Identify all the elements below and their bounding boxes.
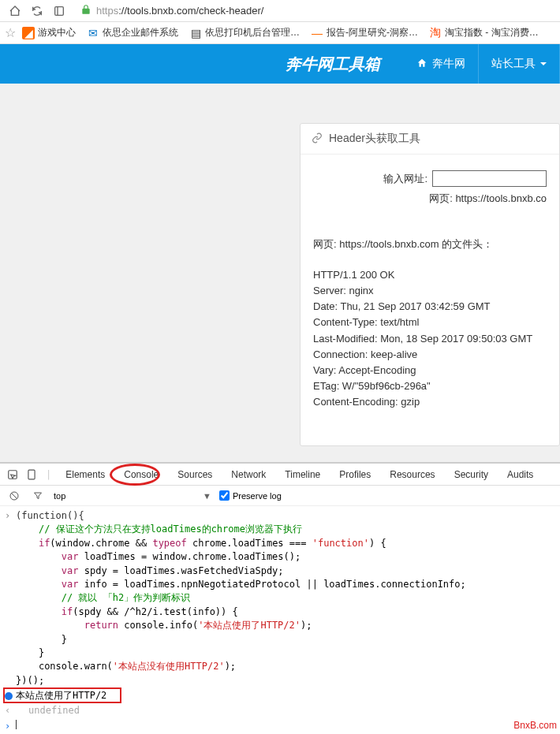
browser-toolbar: https://tools.bnxb.com/check-header/ [0, 0, 560, 22]
tab-audits[interactable]: Audits [499, 466, 541, 483]
nav-home[interactable]: 奔牛网 [404, 44, 479, 84]
preserve-log-toggle[interactable]: Preserve log [219, 490, 282, 501]
clear-console-icon[interactable] [6, 488, 22, 504]
inspect-icon[interactable] [5, 467, 21, 483]
console-line: if(window.chrome && typeof chrome.loadTi… [0, 537, 560, 550]
console-line: console.warn('本站点没有使用HTTP/2'); [0, 660, 560, 673]
header-line: Content-Type: text/html [313, 315, 547, 330]
filter-icon[interactable] [30, 488, 46, 504]
tab-sources[interactable]: Sources [170, 466, 220, 483]
address-bar[interactable]: https://tools.bnxb.com/check-header/ [80, 4, 554, 17]
nav-label: 站长工具 [491, 57, 536, 71]
info-icon [5, 692, 13, 700]
tab-elements[interactable]: Elements [58, 466, 113, 483]
device-icon[interactable] [24, 467, 39, 483]
console-line: // 保证这个方法只在支持loadTimes的chrome浏览器下执行 [0, 523, 560, 536]
outlook-icon: ✉ [87, 27, 99, 39]
header-check-panel: Header头获取工具 输入网址: 网页: https://tools.bnxb… [300, 123, 560, 446]
header-line: ETag: W/"59bf96cb-296a" [313, 378, 547, 394]
url-text: https://tools.bnxb.com/check-header/ [96, 5, 263, 17]
svg-rect-0 [55, 6, 64, 15]
undefined-return: undefined [16, 704, 80, 717]
bookmark-label: 依思企业邮件系统 [103, 26, 178, 39]
header-line: Connection: keep-alive [313, 347, 547, 363]
result-title: 网页: https://tools.bnxb.com 的文件头： [313, 237, 547, 251]
console-line: var info = loadTimes.npnNegotiatedProtoc… [0, 578, 560, 591]
tab-resources[interactable]: Resources [382, 466, 442, 483]
url-input-row: 输入网址: [313, 170, 547, 187]
panel-body: 输入网址: 网页: https://tools.bnxb.co 网页: http… [301, 155, 559, 426]
bookmark-star-icon[interactable]: ☆ [5, 25, 16, 40]
site-brand: 奔牛网工具箱 [286, 54, 380, 75]
preserve-log-label: Preserve log [233, 491, 282, 501]
tab-network[interactable]: Network [223, 466, 274, 483]
page-icon: ▤ [189, 27, 202, 39]
header-line: HTTP/1.1 200 OK [313, 267, 547, 283]
devtools-panel: | Elements Console Sources Network Timel… [0, 462, 560, 734]
header-line: Server: nginx [313, 283, 547, 299]
context-selector[interactable]: top ▼ [54, 491, 211, 501]
bookmark-label: 淘宝指数 - 淘宝消费… [445, 26, 539, 39]
console-line: ‹undefined [0, 704, 560, 717]
url-preview: 网页: https://tools.bnxb.co [313, 192, 547, 206]
console-line: var spdy = loadTimes.wasFetchedViaSpdy; [0, 564, 560, 578]
console-output: ›(function(){ // 保证这个方法只在支持loadTimes的chr… [0, 506, 560, 734]
bookmark-item[interactable]: ◢游戏中心 [17, 24, 80, 42]
headers-output: HTTP/1.1 200 OK Server: nginx Date: Thu,… [313, 267, 547, 410]
header-line: Last-Modified: Mon, 18 Sep 2017 09:50:03… [313, 331, 547, 347]
header-line: Content-Encoding: gzip [313, 394, 547, 410]
console-info-row: 本站点使用了HTTP/2 [0, 687, 560, 704]
console-line: var loadTimes = window.chrome.loadTimes(… [0, 550, 560, 564]
input-label: 输入网址: [383, 172, 427, 186]
nav-label: 奔牛网 [432, 57, 465, 71]
bookmark-item[interactable]: ✉依思企业邮件系统 [82, 24, 183, 42]
bookmark-item[interactable]: 淘淘宝指数 - 淘宝消费… [424, 24, 543, 42]
tab-timeline[interactable]: Timeline [277, 466, 328, 483]
panel-title: Header头获取工具 [329, 132, 420, 146]
home-icon[interactable] [6, 2, 24, 20]
site-header: 奔牛网工具箱 奔牛网 站长工具 [0, 44, 560, 84]
tab-console[interactable]: Console [116, 466, 166, 483]
console-line: })(); [0, 674, 560, 687]
console-line: } [0, 646, 560, 660]
url-input[interactable] [432, 170, 547, 187]
console-filterbar: top ▼ Preserve log [0, 486, 560, 506]
devtools-tabbar: | Elements Console Sources Network Timel… [0, 464, 560, 486]
panel-header: Header头获取工具 [301, 124, 559, 155]
nav-tools[interactable]: 站长工具 [479, 44, 560, 84]
bookmark-label: 报告-阿里研究-洞察… [327, 26, 418, 39]
console-line: return console.info('本站点使用了HTTP/2'); [0, 619, 560, 632]
new-tab-icon[interactable] [50, 2, 68, 20]
header-line: Date: Thu, 21 Sep 2017 03:42:59 GMT [313, 299, 547, 315]
console-line: } [0, 633, 560, 646]
bookmark-label: 依思打印机后台管理… [205, 26, 300, 39]
tab-profiles[interactable]: Profiles [331, 466, 379, 483]
preserve-log-checkbox[interactable] [219, 490, 230, 501]
watermark: BnxB.com [513, 720, 557, 731]
content-area: Header头获取工具 输入网址: 网页: https://tools.bnxb… [0, 84, 560, 462]
console-line: // 就以 「h2」作为判断标识 [0, 591, 560, 605]
tab-security[interactable]: Security [446, 466, 496, 483]
bookmark-label: 游戏中心 [38, 26, 76, 39]
lock-icon [80, 4, 91, 17]
svg-rect-2 [28, 470, 35, 479]
console-line: if(spdy && /^h2/i.test(info)) { [0, 605, 560, 619]
taobao-icon: 淘 [429, 27, 442, 39]
context-value: top [54, 491, 65, 501]
bookmark-item[interactable]: —报告-阿里研究-洞察… [306, 24, 423, 42]
link-icon [312, 132, 323, 146]
reload-icon[interactable] [28, 2, 46, 20]
home-icon [416, 58, 427, 71]
console-prompt[interactable]: › [0, 718, 560, 734]
bookmark-item[interactable]: ▤依思打印机后台管理… [185, 24, 304, 42]
header-line: Vary: Accept-Encoding [313, 363, 547, 378]
ali-icon: — [311, 27, 323, 39]
bookmarks-bar: ☆ ◢游戏中心 ✉依思企业邮件系统 ▤依思打印机后台管理… —报告-阿里研究-洞… [0, 22, 560, 44]
chevron-down-icon: ▼ [203, 491, 211, 501]
uc-icon: ◢ [22, 27, 35, 39]
info-message: 本站点使用了HTTP/2 [16, 689, 106, 702]
console-line: ›(function(){ [0, 509, 560, 523]
